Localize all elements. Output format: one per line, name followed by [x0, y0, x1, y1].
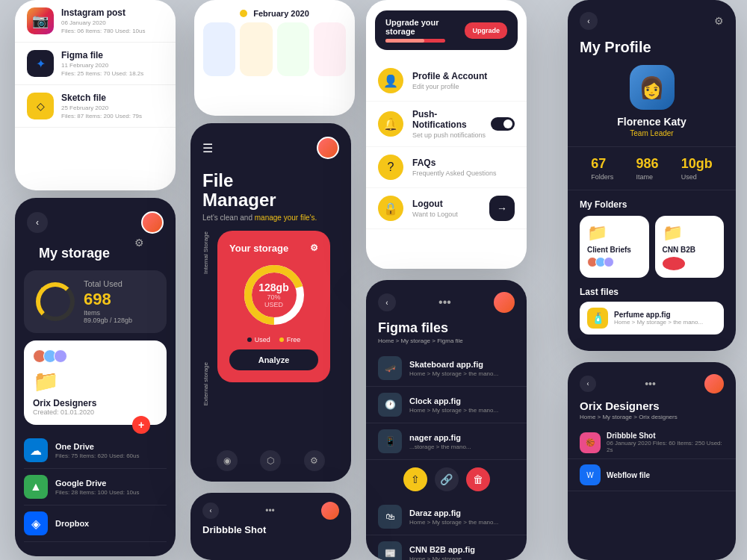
orix-file-item-1[interactable]: 🏀 Dribbble Shot 06 January 2020 Files: 6…: [568, 426, 736, 459]
back-button[interactable]: ‹: [580, 376, 596, 392]
user-avatar: [321, 502, 339, 520]
file-item-google[interactable]: ▲ Google Drive Files: 28 Items: 100 Used…: [24, 469, 167, 505]
menu-icon[interactable]: ☰: [202, 141, 213, 155]
back-button[interactable]: ‹: [378, 293, 396, 311]
more-options-icon[interactable]: •••: [265, 505, 275, 516]
folder-name: Client Briefs: [587, 246, 642, 254]
folder-card-cnn[interactable]: 📁 CNN B2B: [655, 216, 725, 278]
page-title: Figma files: [366, 317, 527, 336]
file-item-onedrive[interactable]: ☁ One Drive Files: 75 Items: 620 Used: 6…: [24, 432, 167, 469]
file-meta: Files: 87 Items: 200 Used: 79s: [61, 113, 142, 119]
logout-button[interactable]: →: [489, 196, 515, 221]
back-button[interactable]: ‹: [202, 503, 219, 519]
figma-file-item-4[interactable]: 🛍 Daraz app.fig Home > My storage > the …: [366, 499, 527, 535]
file-meta: Home > My storage > the mano...: [409, 519, 498, 526]
folder-name: Orix Designers: [33, 398, 158, 408]
file-row-instagram[interactable]: 📷 Instagram post 06 January 2020 Files: …: [15, 0, 176, 43]
external-storage-label: External storage: [202, 362, 209, 405]
file-row-text: Instagram post 06 January 2020 Files: 06…: [61, 7, 146, 34]
menu-label: Push-Notifications: [412, 109, 491, 130]
figma-file-item-2[interactable]: 🕐 Clock app.fig Home > My storage > the …: [366, 387, 527, 423]
menu-sub: Frequently Asked Questions: [412, 169, 497, 177]
file-name: Daraz app.fig: [409, 508, 498, 517]
card-dribbble: ‹ ••• Dribbble Shot: [190, 493, 351, 560]
figma-file-item-1[interactable]: 🛹 Skateboard app.fig Home > My storage >…: [366, 350, 527, 387]
delete-button[interactable]: 🗑: [466, 467, 490, 491]
storage-gb: 128gb: [257, 281, 291, 293]
analyze-button[interactable]: Analyze: [229, 349, 318, 370]
cal-thumb-2: [240, 22, 272, 76]
figma-file-item-5[interactable]: 📰 CNN B2B app.fig Home > My storage...: [366, 535, 527, 560]
last-files-title: Last files: [580, 287, 724, 297]
folder-avatars: [33, 349, 64, 363]
menu-item-profile[interactable]: 👤 Profile & Account Edit your profile: [366, 60, 527, 102]
file-item-dropbox[interactable]: ◈ Dropbox: [24, 505, 167, 542]
back-button[interactable]: ‹: [580, 12, 598, 30]
file-meta: Home > My storage > the mano...: [409, 407, 498, 414]
card-filelist: 📷 Instagram post 06 January 2020 Files: …: [15, 0, 176, 190]
file-icon: 📰: [378, 541, 402, 560]
file-name: Sketch file: [61, 93, 142, 103]
calendar-dot: [240, 10, 247, 17]
orix-file-item-2[interactable]: W Webflow file: [568, 459, 736, 491]
link-button[interactable]: 🔗: [435, 467, 459, 491]
stat-label: Itame: [636, 173, 658, 181]
storage-legend: Used Free: [229, 336, 318, 343]
file-meta: Home > My storage > the mano...: [409, 370, 498, 377]
donut-text: 128gb 70% USED: [257, 281, 291, 308]
file-name: Skateboard app.fig: [409, 360, 498, 369]
user-avatar: [317, 137, 339, 159]
menu-item-logout[interactable]: 🔒 Logout Want to Logout →: [366, 188, 527, 229]
menu-label: Profile & Account: [412, 71, 487, 81]
file-row-sketch[interactable]: ◇ Sketch file 25 February 2020 Files: 87…: [15, 85, 176, 128]
stat-used: 10gb Used: [681, 156, 713, 181]
folder-icon: 📁: [663, 223, 717, 243]
file-icon: 🛹: [378, 356, 402, 380]
last-file-item[interactable]: 🧴 Perfume app.fig Home > My storage > th…: [580, 302, 724, 335]
nav-settings-icon[interactable]: ⚙: [304, 450, 325, 471]
top-bar: ‹ •••: [366, 280, 527, 317]
nav-compass-icon[interactable]: ◉: [217, 450, 238, 471]
settings-icon[interactable]: ⚙: [714, 15, 724, 27]
calendar-header: February 2020: [194, 0, 355, 22]
add-button[interactable]: +: [132, 416, 150, 434]
back-button[interactable]: ‹: [27, 212, 48, 233]
figma-icon: ✦: [27, 50, 54, 77]
share-button[interactable]: ⇧: [403, 467, 427, 491]
upgrade-button[interactable]: Upgrade: [465, 22, 507, 39]
google-drive-icon: ▲: [24, 475, 48, 499]
donut-container: 128gb 70% USED: [229, 261, 318, 329]
nav-file-icon[interactable]: ⬡: [260, 450, 281, 471]
file-meta: Home > My storage > the mano...: [614, 319, 703, 326]
menu-label: FAQs: [412, 158, 497, 168]
storage-pct: 70% USED: [257, 293, 291, 308]
menu-text: Logout Want to Logout: [412, 199, 458, 218]
card-calendar: February 2020: [194, 0, 355, 116]
file-name: Dropbox: [55, 519, 89, 528]
settings-icon[interactable]: ⚙: [134, 237, 144, 249]
folder-icon: 📁: [587, 223, 642, 243]
more-options-icon[interactable]: •••: [645, 378, 656, 390]
file-item-text: One Drive Files: 75 Items: 620 Used: 60u…: [55, 442, 140, 459]
folder-avatars: [587, 257, 642, 267]
profile-section: 👩 Florence Katy Team Leader: [568, 65, 736, 146]
menu-text: FAQs Frequently Asked Questions: [412, 158, 497, 177]
file-meta: ...storage > the mano...: [409, 444, 471, 450]
menu-item-notifications[interactable]: 🔔 Push-Notifications Set up push notific…: [366, 102, 527, 147]
file-name: One Drive: [55, 442, 140, 451]
file-info: Webflow file: [607, 471, 650, 479]
menu-item-faq[interactable]: ? FAQs Frequently Asked Questions: [366, 147, 527, 188]
breadcrumb: Home > My storage > Orix designers: [568, 412, 736, 426]
more-options-icon[interactable]: •••: [438, 296, 451, 309]
total-used-label: Total Used: [84, 279, 132, 288]
file-date: 25 February 2020: [61, 105, 142, 111]
folder-header: [33, 349, 158, 363]
profile-name: Florence Katy: [580, 116, 724, 128]
figma-file-item-3[interactable]: 📱 nager app.fig ...storage > the mano...: [366, 423, 527, 460]
folder-thumbnail: [663, 257, 685, 270]
file-row-figma[interactable]: ✦ Figma file 11 February 2020 Files: 25 …: [15, 43, 176, 85]
cal-thumb-3: [277, 22, 309, 76]
legend-used: Used: [247, 336, 270, 343]
notifications-toggle[interactable]: [491, 117, 515, 131]
folder-card-briefs[interactable]: 📁 Client Briefs: [580, 216, 649, 278]
